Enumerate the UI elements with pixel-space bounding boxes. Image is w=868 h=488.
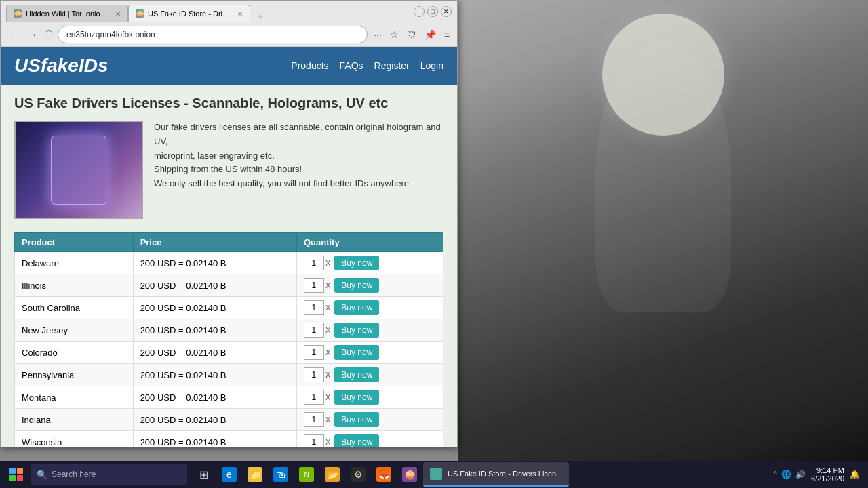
product-image: [14, 121, 143, 219]
nav-register[interactable]: Register: [374, 60, 410, 71]
edge-icon: e: [222, 467, 237, 482]
app6-button[interactable]: ⚙: [346, 462, 370, 487]
product-price: 200 USD = 0.02140 B: [133, 319, 296, 342]
maximize-button[interactable]: □: [427, 6, 438, 17]
app6-icon: ⚙: [351, 467, 366, 482]
quantity-input[interactable]: [304, 390, 324, 405]
buy-now-button[interactable]: Buy now: [334, 256, 379, 270]
quantity-input[interactable]: [304, 345, 324, 360]
edge-button[interactable]: e: [217, 462, 241, 487]
bookmark-icon[interactable]: ☆: [388, 28, 401, 41]
tab-bar: 🧅 Hidden Wiki | Tor .onion urls... ✕ 🧅 U…: [6, 1, 267, 22]
taskbar-clock[interactable]: 9:14 PM 6/21/2020: [811, 466, 844, 483]
col-quantity: Quantity: [296, 233, 443, 252]
intro-section: Our fake drivers licenses are all scanna…: [14, 121, 443, 219]
buy-now-button[interactable]: Buy now: [334, 323, 379, 338]
quantity-input[interactable]: [304, 367, 324, 382]
col-product: Product: [15, 233, 134, 252]
taskview-icon: ⊞: [196, 467, 211, 482]
quantity-input[interactable]: [304, 256, 324, 270]
product-quantity-cell: X Buy now: [296, 409, 443, 431]
taskbar-search[interactable]: 🔍 Search here: [31, 464, 187, 485]
files-icon: 📂: [325, 467, 340, 482]
product-price: 200 USD = 0.02140 B: [133, 386, 296, 409]
qty-x-label: X: [326, 393, 330, 401]
search-icon: 🔍: [37, 470, 47, 480]
intro-text: Our fake drivers licenses are all scanna…: [154, 121, 443, 219]
table-row: South Carolina 200 USD = 0.02140 B X Buy…: [15, 297, 443, 319]
product-name: South Carolina: [15, 297, 134, 319]
tor-button[interactable]: 🧅: [397, 462, 422, 487]
site-header: USfakeIDs Products FAQs Register Login: [1, 47, 457, 85]
tab1-label: Hidden Wiki | Tor .onion urls...: [26, 9, 111, 18]
taskview-button[interactable]: ⊞: [191, 462, 216, 487]
more-icon[interactable]: ···: [372, 28, 384, 41]
store-icon: 🛍: [273, 467, 288, 482]
firefox-button[interactable]: 🦊: [372, 462, 396, 487]
nav-faqs[interactable]: FAQs: [340, 60, 363, 71]
title-bar: 🧅 Hidden Wiki | Tor .onion urls... ✕ 🧅 U…: [1, 1, 457, 22]
explorer-button[interactable]: 📁: [243, 462, 267, 487]
close-button[interactable]: ✕: [441, 6, 452, 17]
quantity-input[interactable]: [304, 278, 324, 293]
notification-icon[interactable]: 🔔: [850, 470, 860, 479]
menu-icon[interactable]: ≡: [442, 28, 452, 41]
buy-now-button[interactable]: Buy now: [334, 345, 379, 360]
forward-button[interactable]: →: [25, 28, 40, 41]
product-price: 200 USD = 0.02140 B: [133, 342, 296, 364]
table-row: Pennsylvania 200 USD = 0.02140 B X Buy n…: [15, 364, 443, 386]
start-button[interactable]: [3, 462, 30, 487]
taskbar-browser-icon: [430, 468, 442, 480]
minimize-button[interactable]: –: [414, 6, 425, 17]
pin-icon[interactable]: 📌: [422, 28, 438, 41]
taskbar-browser-item[interactable]: US Fake ID Store - Drivers Licen...: [423, 462, 569, 487]
tab-1[interactable]: 🧅 Hidden Wiki | Tor .onion urls... ✕: [6, 5, 128, 22]
network-icon[interactable]: 🌐: [781, 470, 791, 479]
product-price: 200 USD = 0.02140 B: [133, 431, 296, 447]
tab-2[interactable]: 🧅 US Fake ID Store - Drivers Licen... ✕: [128, 5, 250, 22]
product-quantity-cell: X Buy now: [296, 431, 443, 447]
quantity-input[interactable]: [304, 434, 324, 447]
buy-now-button[interactable]: Buy now: [334, 367, 379, 382]
files-button[interactable]: 📂: [320, 462, 344, 487]
product-quantity-cell: X Buy now: [296, 386, 443, 409]
buy-now-button[interactable]: Buy now: [334, 278, 379, 293]
address-bar[interactable]: [58, 26, 368, 43]
store-button[interactable]: 🛍: [269, 462, 293, 487]
desktop-wallpaper: [458, 0, 868, 461]
explorer-icon: 📁: [248, 467, 262, 482]
quantity-input[interactable]: [304, 300, 324, 315]
product-name: Illinois: [15, 274, 134, 297]
product-price: 200 USD = 0.02140 B: [133, 252, 296, 274]
site-logo: USfakeIDs: [14, 55, 108, 77]
tab1-favicon: 🧅: [14, 9, 22, 18]
tab2-label: US Fake ID Store - Drivers Licen...: [148, 9, 233, 18]
buy-now-button[interactable]: Buy now: [334, 300, 379, 315]
quantity-input[interactable]: [304, 323, 324, 338]
tab2-close-icon[interactable]: ✕: [237, 10, 243, 18]
taskbar-item-label: US Fake ID Store - Drivers Licen...: [448, 470, 562, 478]
window-controls: – □ ✕: [414, 6, 452, 17]
back-button[interactable]: ←: [6, 28, 21, 41]
chevron-icon[interactable]: ^: [773, 470, 777, 479]
nvidia-button[interactable]: N: [294, 462, 319, 487]
buy-now-button[interactable]: Buy now: [334, 412, 379, 427]
browser-window: 🧅 Hidden Wiki | Tor .onion urls... ✕ 🧅 U…: [0, 0, 458, 447]
nav-products[interactable]: Products: [291, 60, 328, 71]
volume-icon[interactable]: 🔊: [795, 470, 806, 479]
tab1-close-icon[interactable]: ✕: [115, 10, 121, 18]
shield-icon[interactable]: 🛡: [405, 28, 418, 41]
buy-now-button[interactable]: Buy now: [334, 390, 379, 405]
product-quantity-cell: X Buy now: [296, 364, 443, 386]
page-content[interactable]: USfakeIDs Products FAQs Register Login U…: [1, 47, 457, 447]
product-name: New Jersey: [15, 319, 134, 342]
product-name: Montana: [15, 386, 134, 409]
site-nav: Products FAQs Register Login: [291, 60, 443, 71]
table-row: Colorado 200 USD = 0.02140 B X Buy now: [15, 342, 443, 364]
nav-login[interactable]: Login: [420, 60, 443, 71]
buy-now-button[interactable]: Buy now: [334, 434, 379, 447]
quantity-input[interactable]: [304, 412, 324, 427]
product-price: 200 USD = 0.02140 B: [133, 274, 296, 297]
qty-x-label: X: [326, 438, 330, 446]
new-tab-button[interactable]: +: [253, 10, 267, 22]
